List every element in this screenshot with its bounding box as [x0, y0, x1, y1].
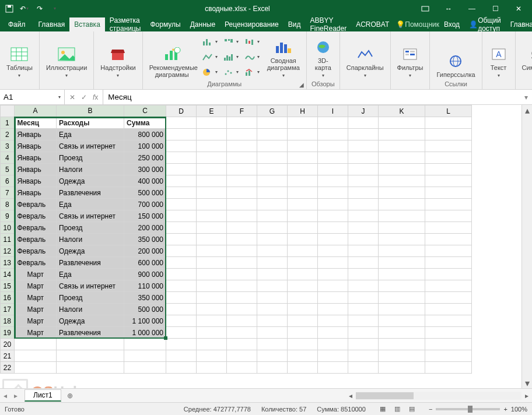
tab-file[interactable]: Файл [0, 17, 34, 31]
cell-14-C[interactable]: 900 000 [124, 269, 166, 280]
cell-7-A[interactable]: Январь [15, 187, 57, 199]
col-header-B[interactable]: B [57, 105, 124, 117]
ribbon-display-icon[interactable] [415, 0, 435, 17]
cell-8-A[interactable]: Февраль [15, 199, 57, 210]
column-chart-button[interactable]: ▾ [201, 36, 219, 48]
spreadsheet-grid[interactable]: ABCDEFGHIJKL1МесяцРасходыСумма2ЯнварьЕда… [0, 105, 472, 374]
zoom-in-icon[interactable]: + [503, 406, 507, 413]
sheet-nav-prev-icon[interactable]: ◂ [0, 392, 10, 400]
qat-customize-icon[interactable]: ▾ [50, 6, 60, 11]
cell-4-C[interactable]: 250 000 [124, 152, 166, 164]
sheet-nav-next-icon[interactable]: ▸ [10, 392, 21, 400]
cell-15-C[interactable]: 110 000 [124, 280, 166, 292]
cell-header-2[interactable]: Сумма [124, 117, 166, 129]
cell-4-A[interactable]: Январь [15, 152, 57, 164]
close-icon[interactable]: ✕ [509, 0, 528, 17]
cell-19-A[interactable]: Март [15, 327, 57, 339]
sparklines-button[interactable]: Спарклайны▾ [344, 34, 387, 80]
cell-10-C[interactable]: 200 000 [124, 222, 166, 234]
row-header-20[interactable]: 20 [1, 339, 15, 350]
cell-9-C[interactable]: 150 000 [124, 210, 166, 222]
tab-6[interactable]: Вид [284, 17, 306, 31]
cell-13-A[interactable]: Февраль [15, 257, 57, 269]
cell-7-B[interactable]: Развлечения [57, 187, 124, 199]
recommended-charts-button[interactable]: Рекомендуемые диаграммы [146, 34, 198, 80]
cell-18-A[interactable]: Март [15, 315, 57, 327]
cell-17-C[interactable]: 500 000 [124, 304, 166, 315]
cell-10-B[interactable]: Проезд [57, 222, 124, 234]
row-header-13[interactable]: 13 [1, 257, 15, 269]
cell-15-A[interactable]: Март [15, 280, 57, 292]
cell-12-A[interactable]: Февраль [15, 245, 57, 257]
cell-11-C[interactable]: 350 000 [124, 234, 166, 245]
touch-mode-icon[interactable]: ↔ [439, 0, 459, 17]
row-header-21[interactable]: 21 [1, 350, 15, 362]
redo-icon[interactable]: ↷ [35, 5, 44, 13]
col-header-F[interactable]: F [227, 105, 257, 117]
cell-14-A[interactable]: Март [15, 269, 57, 280]
row-header-15[interactable]: 15 [1, 280, 15, 292]
cell-16-A[interactable]: Март [15, 292, 57, 304]
col-header-I[interactable]: I [318, 105, 348, 117]
normal-view-icon[interactable]: ▦ [376, 405, 389, 413]
tab-главная[interactable]: Главная [506, 17, 532, 31]
cell-9-A[interactable]: Февраль [15, 210, 57, 222]
row-header-22[interactable]: 22 [1, 362, 15, 374]
cell-5-A[interactable]: Январь [15, 164, 57, 175]
tab-1[interactable]: Вставка [69, 17, 105, 31]
name-box-dropdown-icon[interactable]: ▾ [55, 95, 64, 100]
illustrations-button[interactable]: Иллюстрации▾ [43, 34, 90, 80]
tab-8[interactable]: ACROBAT [351, 17, 394, 31]
cell-6-C[interactable]: 400 000 [124, 175, 166, 187]
zoom-control[interactable]: − + 100% [429, 406, 527, 413]
cell-10-A[interactable]: Февраль [15, 222, 57, 234]
scroll-up-icon[interactable]: ▴ [522, 105, 532, 115]
row-header-17[interactable]: 17 [1, 304, 15, 315]
select-all-corner[interactable] [1, 105, 15, 117]
row-header-14[interactable]: 14 [1, 269, 15, 280]
sheet-tab-active[interactable]: Лист1 [24, 389, 61, 402]
combo-chart-button[interactable]: ▾ [243, 66, 261, 79]
dialog-launcher-icon[interactable]: ◢ [299, 82, 304, 88]
col-header-E[interactable]: E [197, 105, 227, 117]
row-header-1[interactable]: 1 [1, 117, 15, 129]
tab-5[interactable]: Рецензирование [220, 17, 284, 31]
zoom-level[interactable]: 100% [511, 406, 527, 413]
tab-0[interactable]: Главная [34, 17, 70, 31]
cell-12-B[interactable]: Одежда [57, 245, 124, 257]
scatter-chart-button[interactable]: ▾ [222, 66, 240, 79]
cell-9-B[interactable]: Связь и интернет [57, 210, 124, 222]
cell-11-A[interactable]: Февраль [15, 234, 57, 245]
col-header-G[interactable]: G [257, 105, 288, 117]
share-button[interactable]: 👤 Общий доступ [464, 17, 506, 31]
cell-19-B[interactable]: Развлечения [57, 327, 124, 339]
statistic-chart-button[interactable]: ▾ [222, 51, 240, 64]
cell-6-B[interactable]: Одежда [57, 175, 124, 187]
hierarchy-chart-button[interactable]: ▾ [222, 36, 240, 48]
cell-11-B[interactable]: Налоги [57, 234, 124, 245]
tab-7[interactable]: ABBYY FineReader [305, 17, 351, 31]
cell-8-B[interactable]: Еда [57, 199, 124, 210]
tab-4[interactable]: Данные [186, 17, 220, 31]
addins-button[interactable]: Надстройки▾ [97, 34, 138, 80]
save-icon[interactable] [5, 5, 14, 13]
undo-icon[interactable]: ↶▾ [20, 5, 29, 13]
cell-8-C[interactable]: 700 000 [124, 199, 166, 210]
row-header-19[interactable]: 19 [1, 327, 15, 339]
cell-2-B[interactable]: Еда [57, 129, 124, 140]
col-header-A[interactable]: A [15, 105, 57, 117]
cell-17-A[interactable]: Март [15, 304, 57, 315]
row-header-12[interactable]: 12 [1, 245, 15, 257]
row-header-5[interactable]: 5 [1, 164, 15, 175]
expand-formula-bar-icon[interactable]: ▾ [520, 90, 532, 104]
scroll-right-icon[interactable]: ▸ [522, 392, 532, 400]
signin-button[interactable]: Вход [439, 17, 464, 31]
row-header-18[interactable]: 18 [1, 315, 15, 327]
symbols-button[interactable]: Ω Символы▾ [519, 34, 532, 80]
surface-chart-button[interactable]: ▾ [243, 51, 261, 64]
waterfall-chart-button[interactable]: ▾ [243, 36, 261, 48]
fx-icon[interactable]: fx [93, 93, 98, 101]
row-header-4[interactable]: 4 [1, 152, 15, 164]
cell-15-B[interactable]: Связь и интернет [57, 280, 124, 292]
col-header-C[interactable]: C [124, 105, 166, 117]
